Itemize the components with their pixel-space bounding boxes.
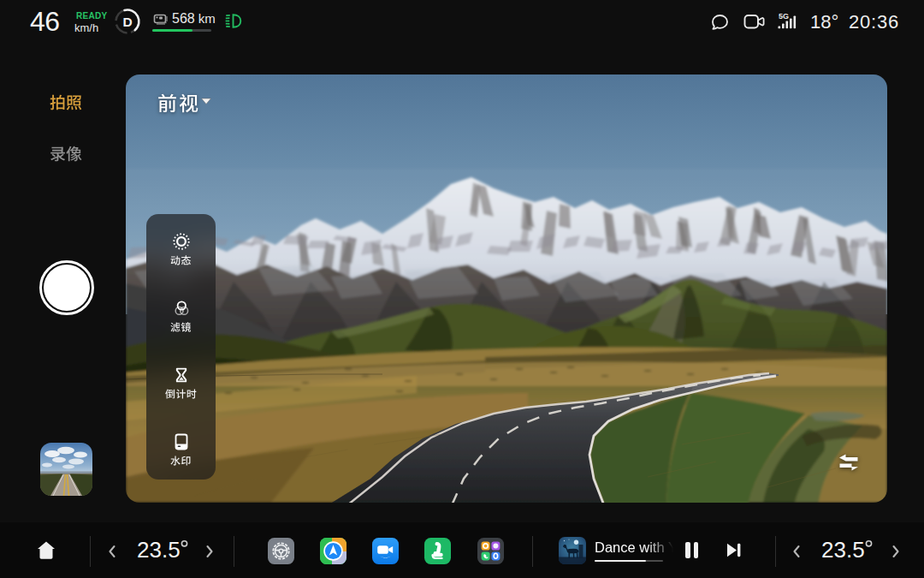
svg-text:D: D: [122, 15, 132, 29]
svg-text:5G: 5G: [779, 12, 789, 21]
